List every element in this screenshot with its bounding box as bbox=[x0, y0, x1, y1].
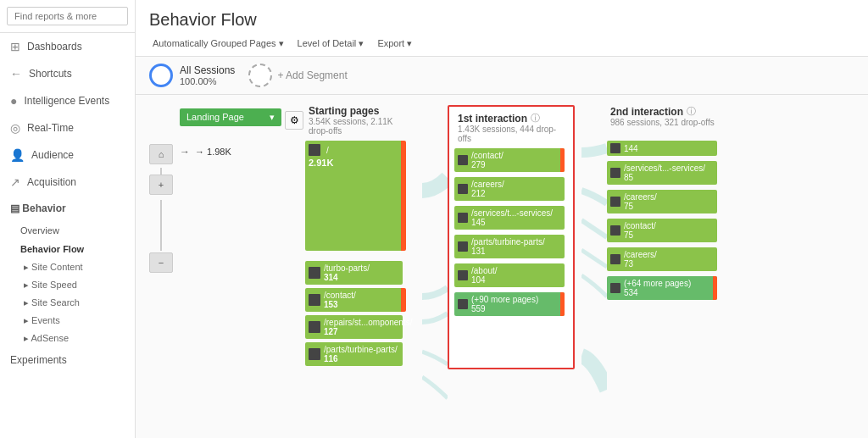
page-icon bbox=[610, 143, 620, 153]
sidebar-subitem-site-search[interactable]: ▸ Site Search bbox=[0, 294, 135, 312]
segment-label: All Sessions bbox=[180, 64, 235, 76]
node-text: /contact/ 153 bbox=[324, 291, 356, 309]
node-label: /services/t...-services/ bbox=[624, 164, 710, 173]
zoom-out-button[interactable]: − bbox=[149, 252, 173, 273]
first-interaction-title: 1st interaction bbox=[458, 113, 527, 125]
intelligence-icon: ● bbox=[10, 94, 17, 108]
nav-home-button[interactable]: ⌂ bbox=[149, 144, 173, 164]
node-text: (+64 more pages) 534 bbox=[624, 279, 710, 297]
settings-icon-button[interactable]: ⚙ bbox=[285, 111, 303, 130]
page-icon bbox=[610, 254, 620, 264]
page-icon bbox=[309, 267, 320, 279]
start-node-inner: / bbox=[309, 144, 399, 156]
first-interaction-sub: 1.43K sessions, 444 drop-offs bbox=[458, 125, 565, 143]
starting-pages-header: Starting pages 3.54K sessions, 2.11K dro… bbox=[305, 105, 415, 136]
page-title: Behavior Flow bbox=[149, 10, 854, 30]
node-count: 534 bbox=[624, 288, 710, 297]
start-node-main[interactable]: / 2.91K bbox=[305, 141, 403, 251]
add-segment-button[interactable]: + Add Segment bbox=[248, 64, 347, 87]
first-interaction-node-3[interactable]: /parts/turbine-parts/ 131 bbox=[454, 235, 565, 258]
starting-pages-col: Starting pages 3.54K sessions, 2.11K dro… bbox=[305, 105, 415, 369]
node-count: 559 bbox=[471, 304, 558, 313]
level-detail-button[interactable]: Level of Detail bbox=[294, 36, 368, 51]
node-label: (+90 more pages) bbox=[471, 295, 558, 304]
sidebar-item-label: Intelligence Events bbox=[24, 95, 109, 107]
segment-pct: 100.00% bbox=[180, 76, 235, 86]
export-button[interactable]: Export bbox=[374, 36, 415, 51]
grouped-pages-button[interactable]: Automatically Grouped Pages bbox=[149, 36, 287, 51]
second-interaction-node-more[interactable]: (+64 more pages) 534 bbox=[607, 276, 717, 300]
node-text: /services/t...-services/ 85 bbox=[624, 164, 710, 182]
node-text: /careers/ 212 bbox=[471, 180, 558, 198]
starting-pages-sub: 3.54K sessions, 2.11K drop-offs bbox=[309, 117, 412, 136]
node-label: /careers/ bbox=[471, 180, 558, 189]
sidebar-item-behavior[interactable]: ▤ Behavior bbox=[0, 196, 135, 221]
connector-svg-2 bbox=[581, 136, 607, 438]
first-interaction-col: 1st interaction ⓘ 1.43K sessions, 444 dr… bbox=[448, 105, 575, 369]
segment-all-sessions[interactable]: All Sessions 100.00% bbox=[149, 64, 235, 87]
page-icon bbox=[610, 168, 620, 178]
node-count: 104 bbox=[471, 275, 558, 285]
first-interaction-node-0[interactable]: /contact/ 279 bbox=[454, 148, 565, 172]
sidebar-subitem-site-content[interactable]: ▸ Site Content bbox=[0, 258, 135, 276]
sidebar-item-dashboards[interactable]: ⊞ Dashboards bbox=[0, 33, 135, 60]
page-icon bbox=[458, 184, 468, 194]
node-count: 131 bbox=[471, 247, 558, 256]
landing-col: Landing Page ▾ ⚙ → → 1.98K bbox=[180, 105, 298, 369]
start-node-turbo[interactable]: /turbo-parts/ 314 bbox=[305, 261, 403, 285]
node-count: 127 bbox=[324, 327, 413, 336]
first-interaction-header: 1st interaction ⓘ 1.43K sessions, 444 dr… bbox=[454, 112, 568, 143]
node-label: /services/t...-services/ bbox=[471, 208, 558, 218]
second-interaction-node-1[interactable]: /services/t...-services/ 85 bbox=[607, 161, 717, 185]
second-interaction-node-0[interactable]: 144 bbox=[607, 141, 717, 156]
landing-node-count: → 1.98K bbox=[195, 147, 231, 157]
sidebar-subitem-behavior-flow[interactable]: Behavior Flow bbox=[0, 240, 135, 258]
landing-page-dropdown[interactable]: Landing Page ▾ bbox=[180, 108, 281, 126]
sidebar-item-audience[interactable]: 👤 Audience bbox=[0, 141, 135, 169]
sidebar-subitem-overview[interactable]: Overview bbox=[0, 221, 135, 240]
first-interaction-node-more[interactable]: (+90 more pages) 559 bbox=[454, 292, 565, 316]
sidebar-subitem-adsense[interactable]: ▸ AdSense bbox=[0, 330, 135, 347]
start-node-parts[interactable]: /parts/turbine-parts/ 116 bbox=[305, 342, 403, 366]
sidebar-item-shortcuts[interactable]: ← Shortcuts bbox=[0, 60, 135, 87]
sidebar-subitem-site-speed[interactable]: ▸ Site Speed bbox=[0, 276, 135, 294]
node-text: /turbo-parts/ 314 bbox=[324, 263, 370, 282]
second-interaction-sub: 986 sessions, 321 drop-offs bbox=[610, 118, 715, 127]
sidebar-subitem-events[interactable]: ▸ Events bbox=[0, 312, 135, 330]
node-label: /repairs/st...omponents/ bbox=[324, 318, 413, 327]
zoom-in-button[interactable]: + bbox=[149, 175, 173, 195]
sidebar-item-label: Audience bbox=[31, 149, 74, 161]
arrow-icon: → bbox=[180, 146, 190, 158]
node-label: /careers/ bbox=[624, 250, 710, 259]
page-icon bbox=[610, 283, 620, 293]
second-interaction-title: 2nd interaction bbox=[610, 106, 683, 118]
second-interaction-node-2[interactable]: /careers/ 75 bbox=[607, 190, 717, 213]
page-icon bbox=[458, 213, 468, 223]
second-interaction-node-3[interactable]: /contact/ 75 bbox=[607, 219, 717, 242]
sidebar-item-realtime[interactable]: ◎ Real-Time bbox=[0, 114, 135, 141]
search-input[interactable] bbox=[7, 7, 128, 25]
sidebar-search-container bbox=[0, 0, 135, 33]
node-label: (+64 more pages) bbox=[624, 279, 710, 288]
first-interaction-node-2[interactable]: /services/t...-services/ 145 bbox=[454, 206, 565, 230]
drop-indicator bbox=[713, 276, 717, 300]
start-node-repairs[interactable]: /repairs/st...omponents/ 127 bbox=[305, 315, 403, 339]
start-node-contact[interactable]: /contact/ 153 bbox=[305, 288, 403, 312]
segment-circle bbox=[149, 64, 173, 87]
drop-indicator bbox=[560, 292, 565, 316]
node-label: /contact/ bbox=[471, 151, 558, 160]
landing-page-label: Landing Page bbox=[186, 112, 244, 122]
drop-indicator bbox=[560, 148, 565, 172]
node-count: 144 bbox=[624, 144, 710, 153]
sidebar-item-experiments[interactable]: Experiments bbox=[0, 347, 135, 373]
first-interaction-node-1[interactable]: /careers/ 212 bbox=[454, 177, 565, 201]
page-icon bbox=[610, 197, 620, 207]
node-label: /turbo-parts/ bbox=[324, 263, 370, 273]
second-interaction-node-4[interactable]: /careers/ 73 bbox=[607, 247, 717, 271]
node-text: /careers/ 75 bbox=[624, 192, 710, 211]
first-interaction-node-4[interactable]: /about/ 104 bbox=[454, 263, 565, 287]
sidebar-item-acquisition[interactable]: ↗ Acquisition bbox=[0, 169, 135, 196]
realtime-icon: ◎ bbox=[10, 121, 20, 135]
behavior-icon: ▤ bbox=[10, 202, 19, 214]
sidebar-item-intelligence[interactable]: ● Intelligence Events bbox=[0, 87, 135, 114]
